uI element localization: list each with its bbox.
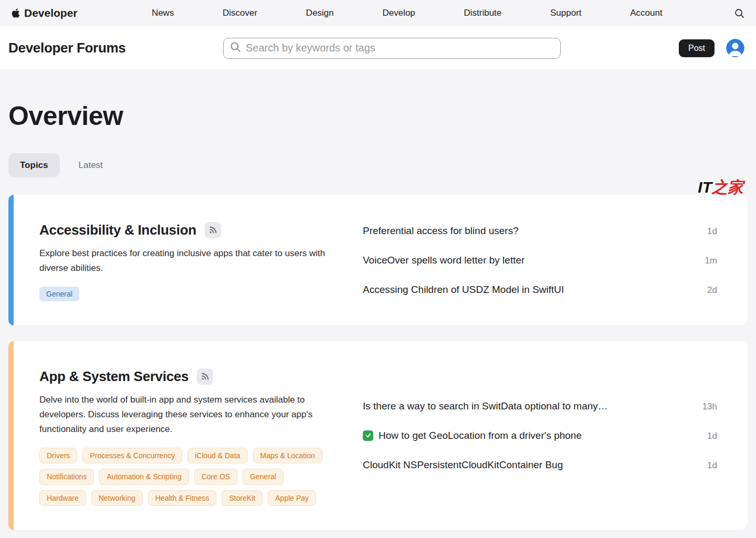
thread-timestamp: 1d [699,431,717,441]
tag-core-os[interactable]: Core OS [194,469,237,484]
search-input[interactable] [246,42,554,54]
topic-tags: DriversProcesses & ConcurrencyiCloud & D… [39,448,331,505]
topic-description: Delve into the world of built-in app and… [39,393,331,437]
search-icon [230,41,241,55]
topic-title-link[interactable]: App & System Services [39,368,188,385]
topic-description: Explore best practices for creating incl… [39,246,331,276]
thread-link[interactable]: Accessing Children of USDZ Model in Swif… [363,284,690,296]
card-accent-bar [8,341,14,530]
top-nav-items: NewsDiscoverDesignDevelopDistributeSuppo… [128,8,687,18]
rss-button[interactable] [205,222,221,238]
search-wrap [223,38,561,59]
thread-timestamp: 1m [699,256,717,266]
thread-link[interactable]: VoiceOver spells word letter by letter [363,255,690,266]
header-right: Post [679,39,744,57]
post-button[interactable]: Post [679,39,715,57]
tag-apple-pay[interactable]: Apple Pay [268,490,316,506]
thread-list: Is there a way to search in SwitData opt… [331,341,748,530]
nav-search-icon[interactable] [734,8,744,18]
nav-item-distribute[interactable]: Distribute [464,8,502,18]
thread-row: Accessing Children of USDZ Model in Swif… [363,284,717,296]
tag-health-fitness[interactable]: Health & Fitness [148,490,217,506]
brand-label: Developer [24,7,78,19]
thread-timestamp: 13h [699,402,717,412]
tag-storekit[interactable]: StoreKit [222,490,262,506]
apple-developer-logo[interactable]: Developer [12,7,78,19]
thread-row: How to get GeoLocation from a driver's p… [363,430,717,442]
tab-topics[interactable]: Topics [8,153,60,177]
tag-icloud-data[interactable]: iCloud & Data [187,448,247,463]
card-info: App & System Services Delve into the wor… [8,341,331,530]
ithome-logo: IT之家 [698,180,743,195]
thread-row: VoiceOver spells word letter by letter1m [363,255,717,266]
topic-tags: General [39,287,331,301]
resolved-check-icon [363,430,373,441]
search-box[interactable] [223,38,561,59]
main-content: Overview TopicsLatest IT之家 www.ithome.co… [0,101,756,538]
topic-card: App & System Services Delve into the wor… [8,341,748,530]
forums-title: Developer Forums [8,40,126,56]
forums-header: Developer Forums Post [0,26,756,70]
nav-item-support[interactable]: Support [550,8,582,18]
tag-automation-scripting[interactable]: Automation & Scripting [99,469,188,484]
thread-link[interactable]: Is there a way to search in SwitData opt… [363,400,690,412]
sections: Accessibility & Inclusion Explore best p… [8,195,748,538]
topic-title-link[interactable]: Accessibility & Inclusion [39,222,196,238]
card-info: Accessibility & Inclusion Explore best p… [8,195,331,325]
nav-item-develop[interactable]: Develop [382,8,415,18]
tag-general[interactable]: General [243,469,284,484]
tag-networking[interactable]: Networking [91,490,143,506]
thread-row: CloudKit NSPersistentCloudKitContainer B… [363,459,717,471]
thread-list: Preferential access for blind users?1dVo… [331,195,748,325]
tag-processes-concurrency[interactable]: Processes & Concurrency [82,448,182,463]
apple-logo-icon [12,8,20,18]
global-nav: Developer NewsDiscoverDesignDevelopDistr… [0,0,756,26]
nav-item-account[interactable]: Account [630,8,662,18]
thread-title-text: Is there a way to search in SwitData opt… [363,400,608,412]
thread-timestamp: 1d [699,226,717,237]
thread-link[interactable]: Preferential access for blind users? [363,225,690,237]
thread-title-text: Preferential access for blind users? [363,225,519,237]
tag-drivers[interactable]: Drivers [39,448,77,463]
rss-button[interactable] [197,368,213,385]
thread-row: Is there a way to search in SwitData opt… [363,400,717,412]
tag-hardware[interactable]: Hardware [39,490,86,506]
tag-general[interactable]: General [39,287,79,301]
card-accent-bar [8,195,14,325]
thread-row: Preferential access for blind users?1d [363,225,717,237]
topic-card: Accessibility & Inclusion Explore best p… [8,195,748,325]
tab-latest[interactable]: Latest [67,153,114,177]
nav-item-design[interactable]: Design [306,8,334,18]
nav-item-discover[interactable]: Discover [223,8,257,18]
thread-title-text: Accessing Children of USDZ Model in Swif… [363,284,564,296]
tag-notifications[interactable]: Notifications [39,469,94,484]
thread-link[interactable]: CloudKit NSPersistentCloudKitContainer B… [363,459,690,471]
thread-title-text: How to get GeoLocation from a driver's p… [379,430,582,441]
tag-maps-location[interactable]: Maps & Location [253,448,322,463]
thread-timestamp: 2d [699,285,717,296]
thread-link[interactable]: How to get GeoLocation from a driver's p… [363,430,690,441]
thread-timestamp: 1d [699,460,717,471]
account-avatar[interactable] [726,39,744,57]
thread-title-text: VoiceOver spells word letter by letter [363,255,524,266]
nav-item-news[interactable]: News [152,8,174,18]
tabs: TopicsLatest [8,153,748,177]
page-title: Overview [8,101,748,131]
thread-title-text: CloudKit NSPersistentCloudKitContainer B… [363,459,563,471]
